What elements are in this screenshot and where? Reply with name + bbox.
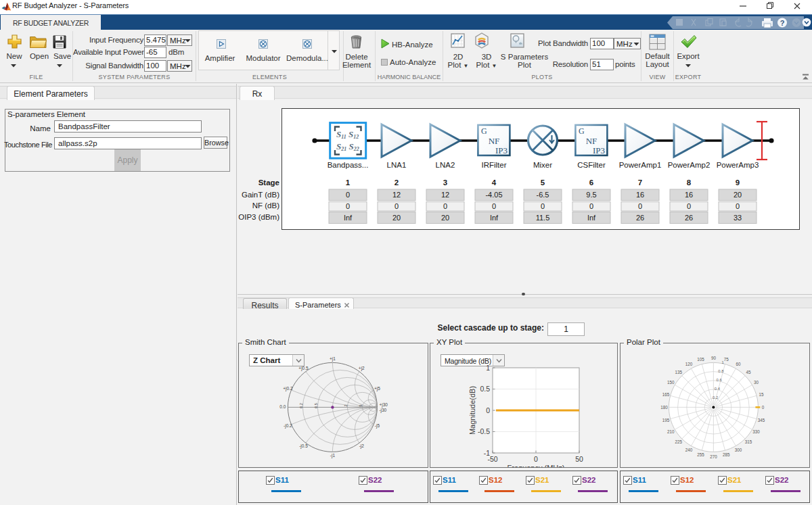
svg-text:0.4: 0.4 — [715, 387, 721, 391]
svg-text:-j1: -j1 — [330, 453, 336, 458]
svg-text:IRFilter: IRFilter — [481, 161, 506, 169]
svg-text:75: 75 — [724, 357, 729, 362]
svg-text:0: 0 — [762, 405, 765, 410]
svg-text:26: 26 — [685, 214, 693, 222]
svg-text:9: 9 — [736, 178, 740, 187]
svg-text:0.5: 0.5 — [480, 385, 490, 393]
svg-text:+j2: +j2 — [359, 366, 365, 371]
svg-text:G: G — [481, 126, 487, 136]
svg-text:0: 0 — [492, 202, 496, 210]
svg-text:180: 180 — [660, 405, 668, 410]
svg-text:7: 7 — [638, 178, 642, 187]
svg-text:255: 255 — [697, 452, 704, 457]
svg-text:OIP3 (dBm): OIP3 (dBm) — [238, 213, 279, 221]
svg-text:-j0.5: -j0.5 — [299, 443, 308, 449]
svg-text:20: 20 — [392, 214, 401, 222]
svg-text:150: 150 — [667, 380, 675, 385]
svg-text:Inf: Inf — [587, 214, 596, 222]
svg-text:12: 12 — [441, 191, 449, 199]
svg-text:5: 5 — [359, 404, 363, 406]
svg-text:0.8: 0.8 — [718, 369, 723, 373]
svg-text:-j5: -j5 — [375, 423, 380, 429]
svg-text:270: 270 — [710, 454, 717, 459]
svg-text:0.2: 0.2 — [713, 395, 718, 400]
svg-text:26: 26 — [636, 214, 644, 222]
svg-text:5: 5 — [541, 178, 545, 187]
svg-text:0: 0 — [736, 202, 740, 210]
svg-text:16: 16 — [685, 191, 693, 199]
svg-text:Frequency (MHz): Frequency (MHz) — [508, 464, 565, 468]
svg-text:2: 2 — [344, 404, 348, 406]
svg-text:+j5: +j5 — [374, 386, 380, 391]
svg-text:6: 6 — [589, 178, 593, 187]
svg-text:+j0.5: +j0.5 — [298, 366, 309, 371]
svg-text:0: 0 — [589, 202, 593, 210]
svg-text:3: 3 — [443, 178, 447, 187]
svg-text:NF: NF — [489, 136, 500, 146]
svg-text:50: 50 — [575, 455, 583, 463]
svg-text:0: 0 — [394, 202, 399, 210]
svg-text:285: 285 — [723, 452, 730, 457]
svg-text:225: 225 — [675, 439, 683, 444]
svg-text:20: 20 — [734, 191, 742, 199]
svg-text:60: 60 — [736, 362, 741, 366]
svg-text:IP3: IP3 — [495, 145, 508, 155]
svg-text:LNA2: LNA2 — [436, 161, 455, 169]
svg-text:NF: NF — [586, 136, 597, 146]
svg-text:45: 45 — [746, 370, 751, 375]
svg-text:0: 0 — [534, 455, 538, 463]
svg-text:-50: -50 — [487, 455, 497, 463]
svg-text:-0.5: -0.5 — [478, 427, 490, 435]
svg-text:1: 1 — [346, 178, 351, 187]
svg-text:Mixer: Mixer — [533, 161, 552, 169]
svg-text:Magnitude(dB): Magnitude(dB) — [468, 386, 476, 435]
svg-text:NF (dB): NF (dB) — [252, 201, 279, 210]
svg-text:+j30: +j30 — [379, 402, 388, 408]
svg-text:+j1: +j1 — [330, 356, 336, 362]
svg-text:0.6: 0.6 — [717, 378, 722, 382]
svg-text:-4.05: -4.05 — [485, 191, 502, 199]
svg-text:240: 240 — [685, 448, 693, 452]
svg-text:0.2: 0.2 — [299, 403, 303, 408]
svg-text:0: 0 — [346, 202, 350, 210]
svg-text:1: 1 — [721, 360, 723, 364]
svg-text:330: 330 — [752, 429, 760, 434]
svg-text:135: 135 — [675, 370, 683, 375]
svg-text:33: 33 — [734, 214, 742, 222]
svg-text:G: G — [579, 126, 585, 136]
svg-text:+j0.2: +j0.2 — [283, 386, 293, 391]
svg-text:15: 15 — [759, 392, 764, 397]
svg-text:0: 0 — [486, 406, 490, 414]
svg-text:300: 300 — [735, 448, 742, 452]
svg-text:PowerAmp2: PowerAmp2 — [668, 161, 710, 169]
svg-text:Inf: Inf — [490, 214, 499, 222]
svg-text:0: 0 — [346, 191, 350, 199]
svg-text:12: 12 — [392, 191, 401, 199]
svg-text:2: 2 — [394, 178, 399, 187]
svg-text:20: 20 — [441, 214, 449, 222]
svg-text:4: 4 — [492, 178, 497, 187]
svg-text:?: ? — [780, 19, 785, 27]
svg-text:Inf: Inf — [344, 214, 353, 222]
svg-text:-6.5: -6.5 — [537, 191, 549, 199]
svg-text:165: 165 — [662, 392, 670, 397]
svg-text:PowerAmp1: PowerAmp1 — [619, 161, 662, 169]
svg-text:9.5: 9.5 — [586, 191, 596, 199]
svg-text:0: 0 — [443, 202, 447, 210]
svg-text:Bandpass...: Bandpass... — [328, 161, 369, 169]
svg-text:-j2: -j2 — [359, 443, 365, 449]
svg-text:0: 0 — [687, 202, 691, 210]
svg-text:0.0: 0.0 — [279, 404, 286, 409]
svg-text:PowerAmp3: PowerAmp3 — [717, 161, 759, 169]
svg-text:Stage: Stage — [258, 178, 279, 187]
svg-text:0: 0 — [541, 202, 545, 210]
svg-text:-j0.2: -j0.2 — [284, 423, 292, 429]
svg-text:0: 0 — [638, 202, 642, 210]
svg-text:90: 90 — [711, 356, 717, 360]
svg-text:CSFilter: CSFilter — [577, 161, 606, 169]
svg-text:-j30: -j30 — [379, 408, 386, 413]
svg-text:1: 1 — [486, 364, 490, 372]
svg-text:LNA1: LNA1 — [387, 161, 407, 169]
svg-text:IP3: IP3 — [593, 145, 605, 155]
svg-text:0.5: 0.5 — [314, 403, 318, 408]
